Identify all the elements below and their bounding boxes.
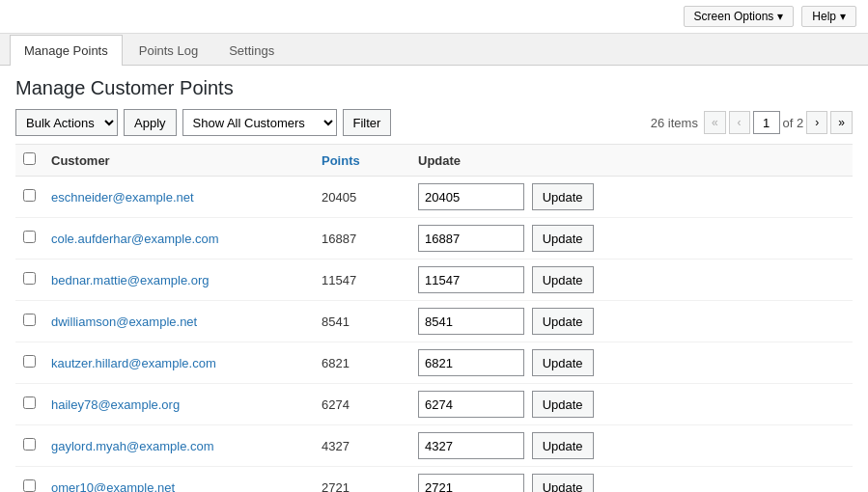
tab-points-log[interactable]: Points Log (125, 35, 212, 66)
toolbar-right: 26 items « ‹ of 2 › » (651, 111, 853, 134)
customer-filter-select[interactable]: Show All Customers (182, 109, 337, 136)
update-button[interactable]: Update (532, 225, 594, 252)
customer-email-link[interactable]: dwilliamson@example.net (51, 314, 197, 329)
select-all-header (15, 145, 43, 177)
customer-email-link[interactable]: hailey78@example.org (51, 397, 180, 412)
row-checkbox[interactable] (23, 272, 36, 285)
help-label: Help (812, 10, 836, 23)
points-cell: 16887 (314, 218, 410, 260)
tab-navigation: Manage Points Points Log Settings (0, 34, 868, 66)
customer-email-link[interactable]: bednar.mattie@example.org (51, 273, 210, 287)
row-checkbox-cell (15, 218, 43, 260)
customer-cell: cole.aufderhar@example.com (43, 218, 314, 260)
table-row: gaylord.myah@example.com 4327 Update (15, 425, 853, 467)
update-button[interactable]: Update (532, 266, 594, 293)
points-cell: 2721 (314, 467, 410, 493)
page-title: Manage Customer Points (15, 77, 853, 99)
chevron-down-icon-help: ▾ (840, 10, 846, 23)
update-button[interactable]: Update (532, 474, 594, 492)
table-row: dwilliamson@example.net 8541 Update (15, 301, 853, 342)
table-row: omer10@example.net 2721 Update (15, 467, 853, 493)
row-checkbox[interactable] (23, 479, 36, 492)
row-checkbox-cell (15, 467, 43, 493)
customers-table: Customer Points Update eschneider@exampl… (15, 144, 853, 492)
page-content: Manage Customer Points Bulk Actions Appl… (0, 66, 868, 492)
row-checkbox-cell (15, 260, 43, 301)
update-input[interactable] (418, 183, 524, 210)
customer-cell: omer10@example.net (43, 467, 314, 493)
row-checkbox[interactable] (23, 314, 36, 326)
bulk-actions-select[interactable]: Bulk Actions (15, 109, 118, 136)
toolbar-left: Bulk Actions Apply Show All Customers Fi… (15, 109, 391, 136)
customer-cell: hailey78@example.org (43, 384, 314, 425)
table-row: eschneider@example.net 20405 Update (15, 177, 853, 218)
table-row: bednar.mattie@example.org 11547 Update (15, 260, 853, 301)
update-cell: Update (410, 425, 853, 467)
points-header[interactable]: Points (314, 145, 410, 177)
update-input[interactable] (418, 266, 524, 293)
update-button[interactable]: Update (532, 432, 594, 459)
points-cell: 20405 (314, 177, 410, 218)
customer-cell: bednar.mattie@example.org (43, 260, 314, 301)
update-header: Update (410, 145, 853, 177)
customer-email-link[interactable]: eschneider@example.net (51, 190, 194, 205)
update-button[interactable]: Update (532, 391, 594, 418)
customer-email-link[interactable]: kautzer.hillard@example.com (51, 356, 216, 370)
items-count: 26 items (651, 116, 698, 130)
update-cell: Update (410, 177, 853, 218)
customer-email-link[interactable]: omer10@example.net (51, 480, 175, 493)
customer-email-link[interactable]: cole.aufderhar@example.com (51, 232, 219, 246)
update-input[interactable] (418, 474, 524, 492)
row-checkbox[interactable] (23, 355, 36, 368)
table-row: hailey78@example.org 6274 Update (15, 384, 853, 425)
tab-settings[interactable]: Settings (214, 35, 289, 66)
help-button[interactable]: Help ▾ (801, 6, 856, 27)
last-page-button[interactable]: » (830, 111, 853, 134)
screen-options-button[interactable]: Screen Options ▾ (684, 6, 795, 27)
update-cell: Update (410, 342, 853, 384)
first-page-button[interactable]: « (704, 111, 726, 134)
row-checkbox[interactable] (23, 438, 36, 451)
update-cell: Update (410, 467, 853, 493)
row-checkbox[interactable] (23, 396, 36, 409)
table-row: cole.aufderhar@example.com 16887 Update (15, 218, 853, 260)
customer-cell: eschneider@example.net (43, 177, 314, 218)
filter-button[interactable]: Filter (343, 109, 392, 136)
toolbar: Bulk Actions Apply Show All Customers Fi… (15, 109, 853, 136)
customer-email-link[interactable]: gaylord.myah@example.com (51, 439, 214, 453)
pagination: « ‹ of 2 › » (704, 111, 853, 134)
points-cell: 6821 (314, 342, 410, 384)
select-all-checkbox[interactable] (23, 152, 36, 165)
update-cell: Update (410, 218, 853, 260)
update-input[interactable] (418, 432, 524, 459)
row-checkbox[interactable] (23, 189, 36, 202)
prev-page-button[interactable]: ‹ (729, 111, 750, 134)
update-input[interactable] (418, 391, 524, 418)
page-number-input[interactable] (753, 111, 780, 134)
row-checkbox-cell (15, 342, 43, 384)
row-checkbox-cell (15, 177, 43, 218)
points-cell: 4327 (314, 425, 410, 467)
tab-manage-points[interactable]: Manage Points (10, 35, 123, 66)
screen-options-label: Screen Options (694, 10, 774, 23)
update-input[interactable] (418, 225, 524, 252)
next-page-button[interactable]: › (806, 111, 827, 134)
points-cell: 8541 (314, 301, 410, 342)
points-cell: 11547 (314, 260, 410, 301)
points-cell: 6274 (314, 384, 410, 425)
row-checkbox-cell (15, 384, 43, 425)
chevron-down-icon: ▾ (777, 10, 783, 23)
customer-cell: dwilliamson@example.net (43, 301, 314, 342)
customer-cell: kautzer.hillard@example.com (43, 342, 314, 384)
update-input[interactable] (418, 349, 524, 376)
page-of-label: of 2 (783, 116, 804, 130)
update-button[interactable]: Update (532, 183, 594, 210)
update-input[interactable] (418, 308, 524, 335)
apply-button[interactable]: Apply (124, 109, 177, 136)
update-cell: Update (410, 384, 853, 425)
update-button[interactable]: Update (532, 308, 594, 335)
row-checkbox[interactable] (23, 231, 36, 243)
points-sort-link[interactable]: Points (322, 153, 360, 168)
top-bar: Screen Options ▾ Help ▾ (0, 0, 868, 34)
update-button[interactable]: Update (532, 349, 594, 376)
